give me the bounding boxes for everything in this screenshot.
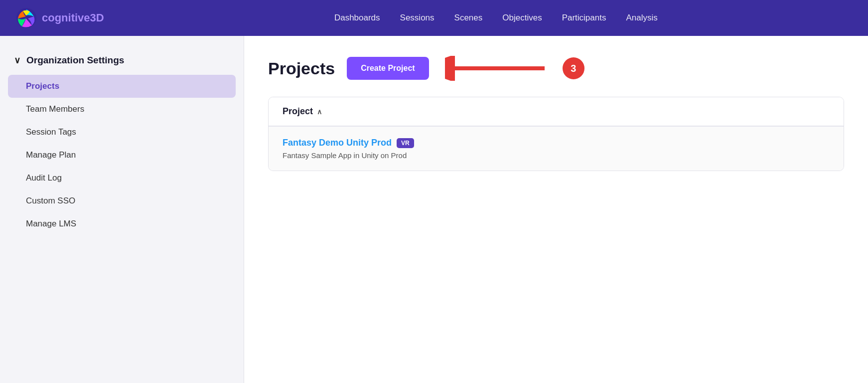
- main-layout: ∨ Organization Settings Projects Team Me…: [0, 36, 868, 383]
- project-name-link[interactable]: Fantasy Demo Unity Prod VR: [283, 138, 830, 148]
- nav-objectives[interactable]: Objectives: [502, 13, 542, 23]
- sort-icon[interactable]: ∧: [317, 108, 322, 116]
- table-row: Fantasy Demo Unity Prod VR Fantasy Sampl…: [269, 126, 844, 171]
- project-description: Fantasy Sample App in Unity on Prod: [283, 151, 830, 160]
- sidebar-item-manage-lms[interactable]: Manage LMS: [0, 212, 244, 235]
- arrow-annotation: 3: [445, 56, 584, 81]
- sidebar-section-title: Organization Settings: [26, 55, 124, 66]
- page-title: Projects: [268, 59, 335, 78]
- sidebar: ∨ Organization Settings Projects Team Me…: [0, 36, 244, 383]
- arrow-icon: [445, 56, 555, 81]
- create-project-button[interactable]: Create Project: [347, 57, 429, 80]
- nav-sessions[interactable]: Sessions: [400, 13, 434, 23]
- table-header-row: Project ∧: [269, 97, 844, 126]
- main-content: Projects Create Project 3: [244, 36, 868, 383]
- nav-dashboards[interactable]: Dashboards: [334, 13, 380, 23]
- logo-icon: [16, 7, 37, 28]
- logo-text: cognitive3D: [42, 11, 104, 24]
- org-settings-header[interactable]: ∨ Organization Settings: [0, 50, 244, 75]
- logo[interactable]: cognitive3D: [16, 7, 104, 28]
- step-badge: 3: [563, 57, 584, 79]
- sidebar-item-audit-log[interactable]: Audit Log: [0, 167, 244, 190]
- nav-participants[interactable]: Participants: [562, 13, 606, 23]
- nav-scenes[interactable]: Scenes: [454, 13, 483, 23]
- project-name: Fantasy Demo Unity Prod: [283, 138, 392, 148]
- nav-analysis[interactable]: Analysis: [626, 13, 657, 23]
- vr-badge: VR: [397, 138, 414, 148]
- sidebar-item-team-members[interactable]: Team Members: [0, 98, 244, 121]
- table-header-cell: Project ∧: [283, 106, 830, 117]
- sidebar-item-session-tags[interactable]: Session Tags: [0, 121, 244, 144]
- chevron-down-icon: ∨: [14, 55, 20, 66]
- nav-links: Dashboards Sessions Scenes Objectives Pa…: [140, 13, 852, 23]
- sidebar-item-custom-sso[interactable]: Custom SSO: [0, 190, 244, 212]
- sidebar-item-manage-plan[interactable]: Manage Plan: [0, 144, 244, 167]
- table-header-label: Project: [283, 106, 313, 117]
- content-header: Projects Create Project 3: [268, 56, 844, 81]
- top-navigation: cognitive3D Dashboards Sessions Scenes O…: [0, 0, 868, 36]
- projects-table: Project ∧ Fantasy Demo Unity Prod VR Fan…: [268, 97, 844, 171]
- sidebar-item-projects[interactable]: Projects: [8, 75, 236, 98]
